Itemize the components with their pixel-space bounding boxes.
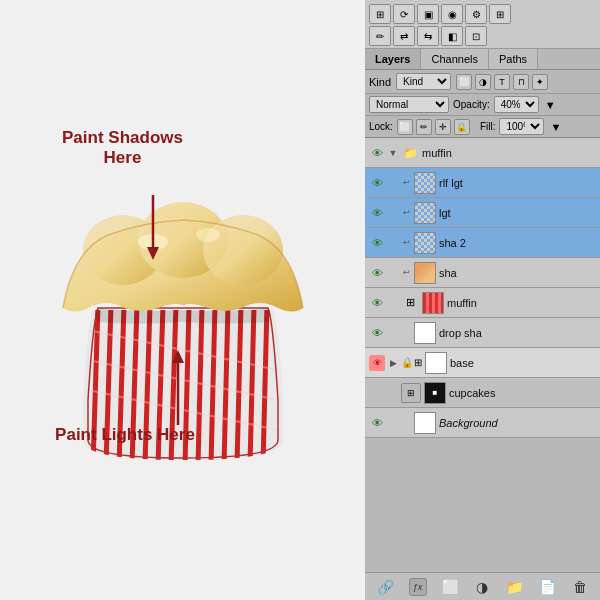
- layer-base-icons: 🔒 ⊞: [401, 357, 422, 368]
- panel-btn-adjustment[interactable]: ◑: [472, 577, 492, 597]
- svg-point-22: [196, 228, 220, 242]
- layer-eye-muffin-smart[interactable]: 👁: [369, 295, 385, 311]
- layer-eye-drop-sha[interactable]: 👁: [369, 325, 385, 341]
- fx-icon: ƒx: [409, 578, 427, 596]
- panel-bottom: 🔗 ƒx ⬜ ◑ 📁 📄 🗑: [365, 572, 600, 600]
- layer-thumb-cupcakes: ■: [424, 382, 446, 404]
- kind-select[interactable]: Kind: [396, 73, 451, 90]
- tool-btn-8[interactable]: ⇄: [393, 26, 415, 46]
- tool-btn-3[interactable]: ▣: [417, 4, 439, 24]
- lock-all-icon[interactable]: 🔒: [454, 119, 470, 135]
- lock-move-icon[interactable]: ✛: [435, 119, 451, 135]
- layer-name-sha: sha: [439, 267, 596, 279]
- tab-channels[interactable]: Channels: [421, 49, 488, 69]
- kind-icon-pixel[interactable]: ⬜: [456, 74, 472, 90]
- layer-muffin-smart[interactable]: 👁 ⊞ muffin: [365, 288, 600, 318]
- kind-icon-adjust[interactable]: ◑: [475, 74, 491, 90]
- layer-name-cupcakes: cupcakes: [449, 387, 596, 399]
- tool-btn-7[interactable]: ✏: [369, 26, 391, 46]
- layer-eye-rlf-lgt[interactable]: 👁: [369, 175, 385, 191]
- layer-thumb-sha: [414, 262, 436, 284]
- canvas-area: Paint Shadows Here Paint Lights Here: [0, 0, 365, 600]
- layer-base-group[interactable]: 👁 ▶ 🔒 ⊞ base: [365, 348, 600, 378]
- layer-cupcakes[interactable]: ⊞ ■ cupcakes: [365, 378, 600, 408]
- panel-btn-group[interactable]: 📁: [505, 577, 525, 597]
- layer-cupcakes-smart-icon: ⊞: [401, 383, 421, 403]
- layer-eye-background[interactable]: 👁: [369, 415, 385, 431]
- kind-icons: ⬜ ◑ T ⊓ ✦: [456, 74, 548, 90]
- layer-sha[interactable]: 👁 ↩ sha: [365, 258, 600, 288]
- layer-clip-rlf-lgt: ↩: [401, 175, 411, 191]
- kind-label: Kind: [369, 76, 391, 88]
- lock-row: Lock: ⬜ ✏ ✛ 🔒 Fill: 100% ▼: [365, 116, 600, 138]
- tool-btn-11[interactable]: ⊡: [465, 26, 487, 46]
- tool-btn-4[interactable]: ◉: [441, 4, 463, 24]
- layer-name-sha2: sha 2: [439, 237, 596, 249]
- opacity-arrow: ▼: [545, 99, 556, 111]
- layer-clip-sha2: ↩: [401, 235, 411, 251]
- tab-layers[interactable]: Layers: [365, 49, 421, 69]
- layer-name-muffin-smart: muffin: [447, 297, 596, 309]
- layer-thumb-lgt: [414, 202, 436, 224]
- layer-expand-muffin-group[interactable]: ▼: [388, 145, 398, 161]
- layer-lock-icon-base: 🔒: [401, 357, 413, 368]
- layer-eye-lgt[interactable]: 👁: [369, 205, 385, 221]
- layer-name-rlf-lgt: rlf lgt: [439, 177, 596, 189]
- layer-name-lgt: lgt: [439, 207, 596, 219]
- layer-eye-muffin-group[interactable]: 👁: [369, 145, 385, 161]
- layer-eye-base[interactable]: 👁: [369, 355, 385, 371]
- lock-pixel-icon[interactable]: ⬜: [397, 119, 413, 135]
- layer-expand-base[interactable]: ▶: [388, 355, 398, 371]
- fill-label: Fill:: [480, 121, 496, 132]
- layer-background[interactable]: 👁 Background: [365, 408, 600, 438]
- layer-eye-sha[interactable]: 👁: [369, 265, 385, 281]
- toolbar-row-2: ✏ ⇄ ⇆ ◧ ⊡: [369, 26, 596, 46]
- blend-mode-select[interactable]: Normal: [369, 96, 449, 113]
- layer-eye-cupcakes[interactable]: [369, 385, 385, 401]
- panel-btn-delete[interactable]: 🗑: [570, 577, 590, 597]
- tool-btn-10[interactable]: ◧: [441, 26, 463, 46]
- panel-btn-mask[interactable]: ⬜: [440, 577, 460, 597]
- layer-clip-sha: ↩: [401, 265, 411, 281]
- tab-paths[interactable]: Paths: [489, 49, 538, 69]
- tool-btn-2[interactable]: ⟳: [393, 4, 415, 24]
- kind-icon-shape[interactable]: ⊓: [513, 74, 529, 90]
- layer-thumb-base: [425, 352, 447, 374]
- fill-select[interactable]: 100%: [499, 118, 544, 135]
- layer-sha2[interactable]: 👁 ↩ sha 2: [365, 228, 600, 258]
- canvas-illustration: Paint Shadows Here Paint Lights Here: [23, 40, 343, 560]
- layer-name-drop-sha: drop sha: [439, 327, 596, 339]
- kind-icon-smart[interactable]: ✦: [532, 74, 548, 90]
- layer-thumb-muffin-smart: [422, 292, 444, 314]
- kind-icon-text[interactable]: T: [494, 74, 510, 90]
- layer-lgt[interactable]: 👁 ↩ lgt: [365, 198, 600, 228]
- panel-btn-new[interactable]: 📄: [537, 577, 557, 597]
- layer-thumb-sha2: [414, 232, 436, 254]
- lock-brush-icon[interactable]: ✏: [416, 119, 432, 135]
- layer-chain-icon-base: ⊞: [414, 357, 422, 368]
- layer-name-muffin-group: muffin: [422, 147, 596, 159]
- layer-folder-muffin-group: 📁: [401, 144, 419, 162]
- toolbar-row-1: ⊞ ⟳ ▣ ◉ ⚙ ⊞: [369, 4, 596, 24]
- panel-toolbar: ⊞ ⟳ ▣ ◉ ⚙ ⊞ ✏ ⇄ ⇆ ◧ ⊡: [365, 0, 600, 49]
- opacity-select[interactable]: 40%: [494, 96, 539, 113]
- layer-eye-sha2[interactable]: 👁: [369, 235, 385, 251]
- layers-list: 👁 ▼ 📁 muffin 👁 ↩ rlf lgt 👁 ↩ lgt 👁 ↩: [365, 138, 600, 572]
- panel-tabs: Layers Channels Paths: [365, 49, 600, 70]
- layer-name-base: base: [450, 357, 596, 369]
- layer-rlf-lgt[interactable]: 👁 ↩ rlf lgt: [365, 168, 600, 198]
- annotation-lights: Paint Lights Here: [53, 425, 198, 445]
- panel-btn-fx[interactable]: ƒx: [408, 577, 428, 597]
- tool-btn-1[interactable]: ⊞: [369, 4, 391, 24]
- svg-point-21: [138, 234, 168, 250]
- tool-btn-9[interactable]: ⇆: [417, 26, 439, 46]
- kind-row: Kind Kind ⬜ ◑ T ⊓ ✦: [365, 70, 600, 94]
- lock-icons: ⬜ ✏ ✛ 🔒: [397, 119, 470, 135]
- layers-panel: ⊞ ⟳ ▣ ◉ ⚙ ⊞ ✏ ⇄ ⇆ ◧ ⊡ Layers Channels Pa…: [365, 0, 600, 600]
- annotation-shadows: Paint Shadows Here: [43, 128, 203, 169]
- layer-muffin-group[interactable]: 👁 ▼ 📁 muffin: [365, 138, 600, 168]
- tool-btn-6[interactable]: ⊞: [489, 4, 511, 24]
- tool-btn-5[interactable]: ⚙: [465, 4, 487, 24]
- layer-drop-sha[interactable]: 👁 drop sha: [365, 318, 600, 348]
- panel-btn-link[interactable]: 🔗: [375, 577, 395, 597]
